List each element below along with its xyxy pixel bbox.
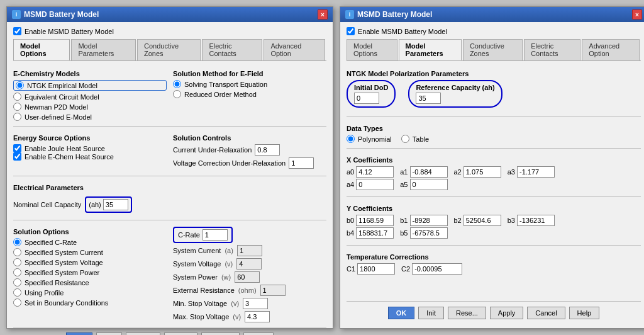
right-tab-model-options[interactable]: Model Options [347, 39, 397, 60]
right-c2-input[interactable] [412, 263, 462, 275]
left-mid-sections: Energy Source Options Enable Joule Heat … [13, 132, 326, 171]
left-crate-input[interactable] [203, 229, 228, 241]
left-cancel-button[interactable]: Cancel [201, 332, 239, 335]
right-b0-input[interactable] [356, 215, 394, 226]
right-a1-input[interactable] [410, 166, 448, 178]
left-echem-eqcircuit[interactable]: Equivalent Circuit Model [13, 93, 167, 101]
left-radio-userdefined[interactable] [13, 113, 21, 121]
left-radio-transport[interactable] [173, 80, 181, 88]
right-tab-advanced-option[interactable]: Advanced Option [582, 39, 640, 60]
left-tab-model-options[interactable]: Model Options [13, 39, 70, 60]
left-title-text: MSMD Battery Model [24, 10, 99, 19]
right-a0-input[interactable] [356, 166, 394, 178]
left-current-relax-input[interactable] [255, 144, 280, 156]
right-refcap-input[interactable] [416, 93, 441, 104]
right-ok-button[interactable]: OK [388, 307, 415, 319]
left-radio-resistance[interactable] [13, 278, 21, 287]
right-b3-input[interactable] [517, 215, 555, 226]
left-radio-reduced[interactable] [173, 90, 181, 98]
right-enable-checkbox[interactable] [347, 27, 355, 35]
right-tab-model-parameters[interactable]: Model Parameters [399, 39, 462, 60]
left-radio-syspower[interactable] [13, 268, 21, 276]
right-reset-button[interactable]: Rese... [448, 307, 486, 319]
left-reset-button[interactable]: Reset [126, 332, 160, 335]
right-c1-input[interactable] [357, 263, 395, 275]
right-b1-input[interactable] [410, 215, 448, 226]
right-cancel-button[interactable]: Cancel [527, 307, 565, 319]
left-crate-label: C-Rate [178, 231, 200, 239]
right-b4-input[interactable] [356, 227, 394, 239]
left-nominal-input[interactable] [103, 199, 128, 210]
right-b5-input[interactable] [410, 227, 448, 239]
right-tab-electric-contacts[interactable]: Electric Contacts [524, 39, 580, 60]
left-minstop-input[interactable] [243, 298, 268, 309]
left-help-button[interactable]: Help [243, 332, 274, 335]
left-sol-crate[interactable]: Specified C-Rate [13, 238, 167, 246]
right-refcap-group: Reference Capacity (ah) [408, 80, 502, 108]
left-tab-bar: Model Options Model Parameters Conductiv… [13, 39, 326, 61]
left-radio-syscurrent[interactable] [13, 248, 21, 256]
left-maxstop-input[interactable] [245, 311, 270, 322]
left-cb-joule[interactable] [13, 144, 21, 152]
left-radio-ntgk[interactable] [16, 81, 24, 89]
left-radio-profile[interactable] [13, 288, 21, 297]
right-close-button[interactable]: × [632, 9, 642, 20]
right-help-button[interactable]: Help [569, 307, 600, 319]
left-apply-button[interactable]: Apply [164, 332, 198, 335]
right-b1-label: b1 [400, 217, 408, 224]
left-radio-eqcircuit[interactable] [13, 93, 21, 101]
left-bottom-sections: Solution Options Specified C-Rate Specif… [13, 225, 326, 324]
left-sol-resistance[interactable]: Specified Resistance [13, 278, 167, 287]
left-echem-userdefined[interactable]: User-defined E-Model [13, 113, 167, 121]
left-syscurrent-input[interactable] [237, 245, 262, 256]
left-tab-conductive-zones[interactable]: Conductive Zones [137, 39, 201, 60]
left-tab-model-parameters[interactable]: Model Parameters [71, 39, 136, 60]
left-close-button[interactable]: × [318, 9, 328, 20]
right-polynomial-option[interactable]: Polynomial [347, 135, 392, 143]
left-dialog-body: Enable MSMD Battery Model Model Options … [7, 22, 333, 335]
right-b2-input[interactable] [464, 215, 501, 226]
left-sol-transport[interactable]: Solving Transport Equation [173, 80, 326, 88]
left-sol-syscurrent[interactable]: Specified System Current [13, 248, 167, 256]
left-sol-sysvoltage[interactable]: Specified System Voltage [13, 258, 167, 266]
right-a2-input[interactable] [464, 166, 501, 178]
left-extresistance-input[interactable] [260, 285, 286, 296]
left-nominal-label: Nominal Cell Capacity [13, 201, 81, 208]
left-radio-boundary[interactable] [13, 298, 21, 307]
right-a4-input[interactable] [356, 179, 394, 190]
right-dod-input[interactable] [354, 93, 379, 104]
left-tab-electric-contacts[interactable]: Electric Contacts [202, 39, 262, 60]
right-a3-input[interactable] [517, 166, 555, 178]
right-dod-label: Initial DoD [354, 84, 388, 91]
right-radio-table[interactable] [401, 135, 409, 143]
left-sol-reduced[interactable]: Reduced Order Method [173, 90, 326, 98]
left-echem-newman[interactable]: Newman P2D Model [13, 103, 167, 111]
left-tab-advanced-option[interactable]: Advanced Option [264, 39, 325, 60]
left-init-button[interactable]: Init [96, 332, 122, 335]
right-a5-input[interactable] [410, 179, 448, 190]
left-sol-boundary[interactable]: Set in Boundary Conditions [13, 298, 167, 307]
left-sol-syspower[interactable]: Specified System Power [13, 268, 167, 276]
left-echem-ntgk[interactable]: NTGK Empirical Model [13, 80, 167, 91]
right-app-icon: i [345, 10, 354, 19]
left-solution-options-col: Solution Options Specified C-Rate Specif… [13, 225, 167, 324]
left-ok-button[interactable]: OK [66, 332, 93, 335]
left-enable-checkbox[interactable] [13, 27, 21, 35]
left-sol-profile[interactable]: Using Profile [13, 288, 167, 297]
left-joule-heat[interactable]: Enable Joule Heat Source [13, 144, 167, 152]
left-radio-crate[interactable] [13, 238, 21, 246]
left-radio-sysvoltage[interactable] [13, 258, 21, 266]
left-sysvoltage-unit: (v) [225, 260, 233, 268]
left-sysvoltage-input[interactable] [236, 258, 262, 270]
right-init-button[interactable]: Init [418, 307, 444, 319]
left-label-transport: Solving Transport Equation [184, 81, 267, 88]
left-syspower-input[interactable] [235, 271, 260, 283]
right-radio-polynomial[interactable] [347, 135, 355, 143]
left-voltage-relax-input[interactable] [289, 157, 314, 169]
right-apply-button[interactable]: Apply [490, 307, 524, 319]
left-echem-heat[interactable]: Enable E-Chem Heat Source [13, 152, 167, 161]
right-tab-conductive-zones[interactable]: Conductive Zones [463, 39, 523, 60]
left-radio-newman[interactable] [13, 103, 21, 111]
left-cb-echem[interactable] [13, 152, 21, 161]
right-table-option[interactable]: Table [401, 135, 429, 143]
